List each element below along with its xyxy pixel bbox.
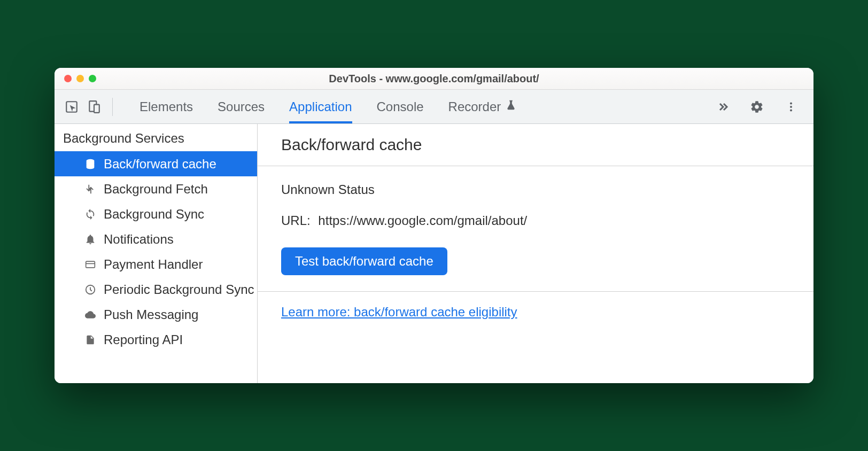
learn-more-section: Learn more: back/forward cache eligibili… [258,292,813,332]
main-panel: Back/forward cache Unknown Status URL: h… [258,124,813,383]
test-bfcache-button[interactable]: Test back/forward cache [281,247,447,275]
tab-recorder[interactable]: Recorder [448,90,517,123]
sidebar-item-label: Back/forward cache [104,157,216,172]
sync-icon [83,208,97,220]
url-line: URL: https://www.google.com/gmail/about/ [281,213,790,228]
svg-rect-2 [94,104,99,112]
maximize-window-button[interactable] [89,75,96,82]
sidebar-item-label: Periodic Background Sync [104,282,254,297]
sidebar-item-label: Payment Handler [104,257,203,272]
sidebar: Background Services Back/forward cache B… [55,124,258,383]
cloud-icon [83,309,97,320]
sidebar-item-background-sync[interactable]: Background Sync [55,201,257,227]
sidebar-heading: Background Services [55,124,257,151]
panel-body: Background Services Back/forward cache B… [55,124,813,383]
status-section: Unknown Status URL: https://www.google.c… [258,166,813,292]
sidebar-item-label: Reporting API [104,332,183,347]
sidebar-item-background-fetch[interactable]: Background Fetch [55,176,257,201]
titlebar: DevTools - www.google.com/gmail/about/ [55,68,813,90]
svg-point-3 [790,102,792,104]
window-title: DevTools - www.google.com/gmail/about/ [55,73,813,85]
tab-sources[interactable]: Sources [218,90,265,123]
sidebar-item-reporting-api[interactable]: Reporting API [55,327,257,352]
sidebar-item-bfcache[interactable]: Back/forward cache [55,151,257,176]
main-header: Back/forward cache [258,124,813,166]
toolbar: Elements Sources Application Console Rec… [55,90,813,124]
experiment-flask-icon [505,99,517,114]
svg-point-5 [790,109,792,111]
toolbar-divider [112,98,113,116]
tab-application[interactable]: Application [289,90,352,123]
panel-tabs: Elements Sources Application Console Rec… [140,90,708,123]
more-tabs-icon[interactable] [715,99,730,114]
card-icon [83,259,97,270]
settings-gear-icon[interactable] [749,99,764,114]
status-text: Unknown Status [281,182,790,197]
file-icon [83,334,97,346]
database-icon [83,158,97,170]
devtools-window: DevTools - www.google.com/gmail/about/ E… [55,68,813,383]
page-title: Back/forward cache [281,136,790,154]
window-controls [64,75,96,82]
fetch-icon [83,183,97,195]
sidebar-item-push-messaging[interactable]: Push Messaging [55,302,257,327]
kebab-menu-icon[interactable] [784,99,799,114]
sidebar-item-label: Push Messaging [104,307,198,322]
close-window-button[interactable] [64,75,72,82]
sidebar-item-label: Background Fetch [104,182,208,197]
sidebar-item-notifications[interactable]: Notifications [55,227,257,252]
sidebar-item-periodic-sync[interactable]: Periodic Background Sync [55,277,257,302]
tab-elements[interactable]: Elements [140,90,193,123]
minimize-window-button[interactable] [76,75,84,82]
learn-more-link[interactable]: Learn more: back/forward cache eligibili… [281,305,517,319]
tab-console[interactable]: Console [377,90,424,123]
url-label: URL: [281,213,311,228]
sidebar-item-payment-handler[interactable]: Payment Handler [55,252,257,277]
device-toolbar-icon[interactable] [87,99,102,114]
bell-icon [83,234,97,245]
svg-point-4 [790,105,792,107]
tab-recorder-label: Recorder [448,99,501,114]
svg-rect-7 [86,261,95,268]
toolbar-right [715,99,799,114]
sidebar-item-label: Notifications [104,232,174,247]
url-value: https://www.google.com/gmail/about/ [318,213,527,228]
sidebar-item-label: Background Sync [104,207,204,222]
clock-icon [83,284,97,296]
inspect-element-icon[interactable] [64,99,79,114]
